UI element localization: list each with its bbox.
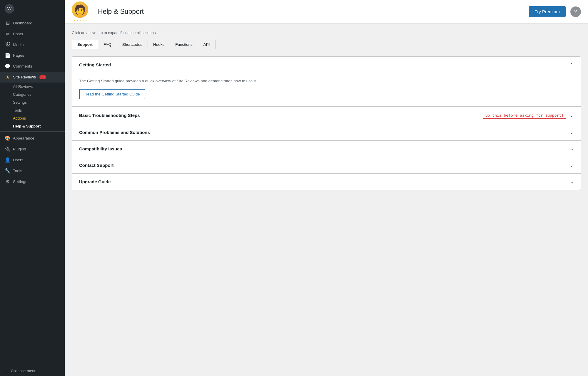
sidebar-item-label: Tools — [13, 169, 22, 173]
tools-icon: 🔧 — [5, 168, 11, 174]
chevron-down-icon-2: ⌄ — [570, 130, 574, 135]
page-content: Click an active tab to expand/collapse a… — [65, 24, 588, 376]
accordion-right-getting-started: ⌄ — [570, 62, 574, 68]
accordion-title-contact-support: Contact Support — [79, 163, 114, 168]
accordion-content-getting-started: The Getting Started guide provides a qui… — [72, 73, 581, 106]
sidebar-item-label: Posts — [13, 32, 23, 36]
plugins-icon: 🔌 — [5, 146, 11, 152]
star-icon: ★ — [5, 74, 11, 80]
accordion-right-common-problems: ⌄ — [570, 130, 574, 135]
accordion-right-compatibility: ⌄ — [570, 146, 574, 152]
tabs-bar: Support FAQ Shortcodes Hooks Functions A… — [72, 40, 581, 49]
sidebar-item-label: Pages — [13, 53, 24, 58]
sidebar-item-label: Users — [13, 158, 23, 162]
settings-icon: ⚙ — [5, 179, 11, 184]
tab-hooks[interactable]: Hooks — [148, 40, 170, 49]
sidebar-item-categories[interactable]: Categories — [0, 90, 65, 98]
accordion-title-troubleshooting: Basic Troubleshooting Steps — [79, 113, 140, 118]
sidebar-item-label: Media — [13, 43, 24, 47]
sidebar-item-label: Settings — [13, 179, 27, 184]
star-1: ★ — [73, 19, 76, 22]
tab-support[interactable]: Support — [72, 40, 98, 49]
accordion-right-troubleshooting: Do this before asking for support! ⌄ — [483, 112, 574, 119]
hint-text: Click an active tab to expand/collapse a… — [72, 31, 581, 35]
sidebar-item-tools-sub[interactable]: Tools — [0, 106, 65, 114]
dashboard-icon: ⊞ — [5, 20, 11, 26]
sidebar-item-label: Dashboard — [13, 21, 32, 25]
chevron-down-icon: ⌄ — [570, 113, 574, 118]
sidebar-item-pages[interactable]: 📄 Pages — [0, 50, 65, 61]
accordion-header-troubleshooting[interactable]: Basic Troubleshooting Steps Do this befo… — [72, 107, 581, 124]
sidebar: W ⊞ Dashboard ✏ Posts 🖼 Media 📄 Pages 💬 … — [0, 0, 65, 376]
tab-api[interactable]: API — [198, 40, 216, 49]
sidebar-item-settings-sub[interactable]: Settings — [0, 98, 65, 106]
appearance-icon: 🎨 — [5, 135, 11, 141]
accordion-item-contact-support: Contact Support ⌄ — [72, 157, 581, 174]
accordion-title-upgrade-guide: Upgrade Guide — [79, 179, 111, 184]
sidebar-item-dashboard[interactable]: ⊞ Dashboard — [0, 18, 65, 28]
plugin-avatar: 🧑 — [72, 1, 88, 18]
accordion-title-common-problems: Common Problems and Solutions — [79, 130, 150, 135]
accordion-header-getting-started[interactable]: Getting Started ⌄ — [72, 57, 581, 73]
accordion-header-contact-support[interactable]: Contact Support ⌄ — [72, 157, 581, 173]
collapse-icon: ← — [5, 369, 9, 373]
read-guide-button[interactable]: Read the Getting Started Guide — [79, 89, 145, 99]
tab-faq[interactable]: FAQ — [98, 40, 117, 49]
try-premium-button[interactable]: Try Premium — [529, 6, 566, 17]
sidebar-navigation: ⊞ Dashboard ✏ Posts 🖼 Media 📄 Pages 💬 Co… — [0, 18, 65, 366]
plugin-avatar-wrap: 🧑 ★ ★ ★ ★ ★ — [72, 1, 88, 22]
accordion-header-compatibility[interactable]: Compatibility Issues ⌄ — [72, 141, 581, 157]
comments-icon: 💬 — [5, 63, 11, 69]
sidebar-item-appearance[interactable]: 🎨 Appearance — [0, 133, 65, 144]
accordion-item-common-problems: Common Problems and Solutions ⌄ — [72, 124, 581, 141]
accordion-right-contact-support: ⌄ — [570, 162, 574, 168]
sidebar-item-help-support[interactable]: Help & Support — [0, 122, 65, 130]
sidebar-item-media[interactable]: 🖼 Media — [0, 39, 65, 50]
accordion-item-compatibility: Compatibility Issues ⌄ — [72, 141, 581, 157]
star-2: ★ — [76, 19, 78, 22]
sidebar-item-plugins[interactable]: 🔌 Plugins — [0, 144, 65, 155]
page-title: Help & Support — [98, 8, 524, 16]
collapse-label: Collapse menu — [11, 369, 36, 373]
accordion-title-getting-started: Getting Started — [79, 62, 111, 67]
collapse-menu-button[interactable]: ← Collapse menu — [0, 366, 65, 376]
accordion-header-common-problems[interactable]: Common Problems and Solutions ⌄ — [72, 124, 581, 140]
accordion-item-getting-started: Getting Started ⌄ The Getting Started gu… — [72, 57, 581, 107]
sidebar-item-label: Plugins — [13, 147, 26, 151]
sidebar-item-all-reviews[interactable]: All Reviews — [0, 83, 65, 90]
tab-functions[interactable]: Functions — [170, 40, 198, 49]
pages-icon: 📄 — [5, 53, 11, 58]
support-tag: Do this before asking for support! — [483, 112, 566, 119]
main-content-area: 🧑 ★ ★ ★ ★ ★ Help & Support Try Premium ?… — [65, 0, 588, 376]
star-5: ★ — [85, 19, 87, 22]
sidebar-item-tools[interactable]: 🔧 Tools — [0, 165, 65, 176]
sidebar-item-label: Site Reviews — [13, 75, 36, 79]
star-4: ★ — [82, 19, 84, 22]
reviews-badge: 13 — [39, 75, 46, 79]
tab-shortcodes[interactable]: Shortcodes — [117, 40, 148, 49]
sidebar-item-label: Appearance — [13, 136, 34, 140]
sidebar-divider — [0, 131, 65, 132]
chevron-up-icon: ⌄ — [570, 62, 574, 68]
posts-icon: ✏ — [5, 31, 11, 37]
star-3: ★ — [79, 19, 81, 22]
sidebar-item-users[interactable]: 👤 Users — [0, 155, 65, 165]
sidebar-item-addons[interactable]: Addons — [0, 114, 65, 122]
help-icon-button[interactable]: ? — [570, 6, 581, 17]
sidebar-item-comments[interactable]: 💬 Comments — [0, 61, 65, 72]
users-icon: 👤 — [5, 157, 11, 163]
accordion-container: Getting Started ⌄ The Getting Started gu… — [72, 56, 581, 190]
sidebar-item-site-reviews[interactable]: ★ Site Reviews 13 — [0, 72, 65, 83]
sidebar-item-posts[interactable]: ✏ Posts — [0, 28, 65, 39]
accordion-right-upgrade-guide: ⌄ — [570, 179, 574, 184]
media-icon: 🖼 — [5, 42, 11, 47]
accordion-item-troubleshooting: Basic Troubleshooting Steps Do this befo… — [72, 107, 581, 124]
chevron-down-icon-5: ⌄ — [570, 179, 574, 184]
accordion-title-compatibility: Compatibility Issues — [79, 146, 122, 151]
sidebar-logo: W — [0, 0, 65, 18]
site-reviews-submenu: All Reviews Categories Settings Tools Ad… — [0, 83, 65, 130]
accordion-header-upgrade-guide[interactable]: Upgrade Guide ⌄ — [72, 174, 581, 190]
wordpress-icon: W — [5, 4, 14, 14]
sidebar-item-settings[interactable]: ⚙ Settings — [0, 176, 65, 187]
accordion-item-upgrade-guide: Upgrade Guide ⌄ — [72, 174, 581, 190]
